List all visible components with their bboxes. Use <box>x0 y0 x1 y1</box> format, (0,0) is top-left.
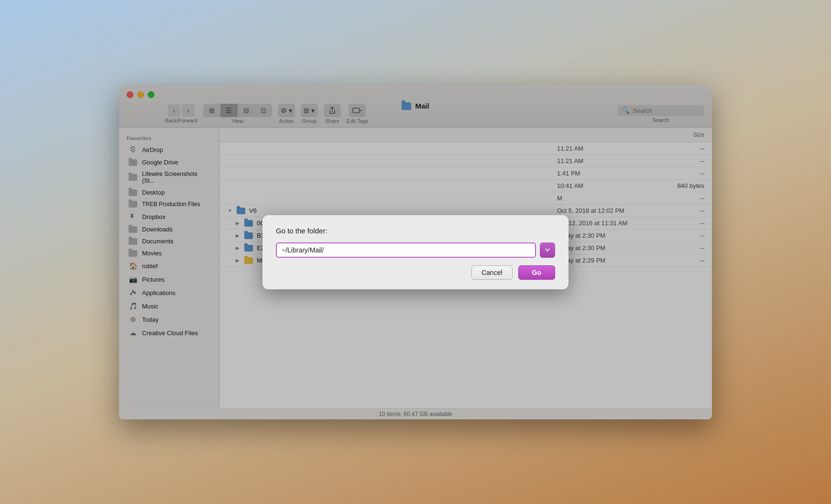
cancel-button[interactable]: Cancel <box>471 265 513 280</box>
dialog-title: Go to the folder: <box>276 227 555 235</box>
folder-path-input[interactable] <box>276 242 536 258</box>
dialog-input-row <box>276 242 555 258</box>
go-button[interactable]: Go <box>518 265 555 280</box>
finder-window: Mail ‹ › Back/Forward ⊞ ☰ ⊟ ⊡ View <box>119 85 712 419</box>
folder-dropdown-button[interactable] <box>540 242 555 258</box>
go-to-folder-dialog: Go to the folder: Cancel Go <box>262 215 569 289</box>
dialog-buttons: Cancel Go <box>276 265 555 280</box>
dialog-overlay: Go to the folder: Cancel Go <box>119 85 712 419</box>
